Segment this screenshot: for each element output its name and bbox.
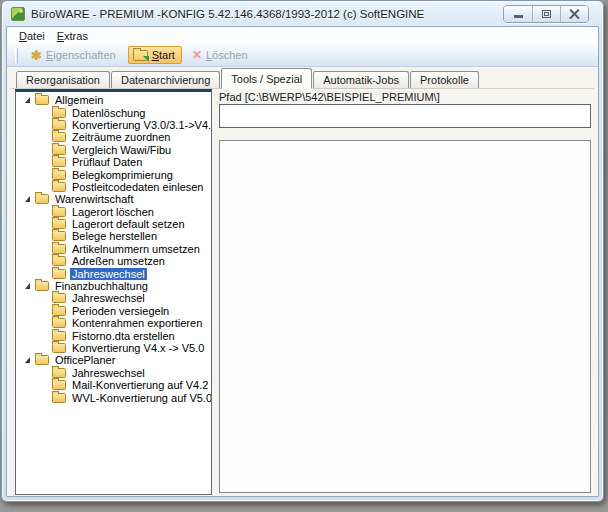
tree-item-perioden-versiegeln[interactable]: Perioden versiegeln [16,305,211,317]
properties-icon: ✱ [31,49,42,62]
menu-bar: DateiExtras [7,27,598,44]
folder-icon [35,95,49,105]
window-title: BüroWARE - PREMIUM -KONFIG 5.42.146.4368… [31,8,424,20]
tree-item-label: Artikelnummern umsetzen [70,243,202,255]
folder-icon [52,231,66,241]
tree-item-label: Zeiträume zuordnen [70,131,172,143]
client-area: DateiExtras ✱EigenschaftenStart✕Löschen … [6,26,599,497]
close-button[interactable] [560,6,588,22]
folder-icon [52,120,66,130]
tree-item-allgemein[interactable]: Allgemein [16,94,211,106]
tab-protokolle[interactable]: Protokolle [410,71,479,88]
tree-item-lagerort-l-schen[interactable]: Lagerort löschen [16,206,211,218]
tree-item-jahreswechsel[interactable]: Jahreswechsel [16,367,211,379]
folder-icon [52,207,66,217]
tree-item-lagerort-default-setzen[interactable]: Lagerort default setzen [16,218,211,230]
app-window: BüroWARE - PREMIUM -KONFIG 5.42.146.4368… [1,0,604,502]
path-label: Pfad [C:\BWERP\542\BEISPIEL_PREMIUM\] [219,91,440,103]
tree-item-belege-herstellen[interactable]: Belege herstellen [16,230,211,242]
expand-arrow-icon[interactable] [25,283,30,289]
folder-icon [52,145,66,155]
menu-item-datei[interactable]: Datei [13,29,51,43]
tree-item-label: Jahreswechsel [70,268,147,280]
tree-item-zeitr-ume-zuordnen[interactable]: Zeiträume zuordnen [16,131,211,143]
folder-icon [52,343,66,353]
l-schen-button[interactable]: ✕Löschen [187,46,255,64]
folder-icon [52,293,66,303]
tree-item-officeplaner[interactable]: OfficePlaner [16,354,211,366]
tree-item-label: Allgemein [53,94,105,106]
tree-item-jahreswechsel[interactable]: Jahreswechsel [16,267,211,279]
l-schen-label: Löschen [206,49,248,61]
tab-datenarchivierung[interactable]: Datenarchivierung [111,71,220,88]
expand-arrow-icon[interactable] [25,97,30,103]
tree-item-jahreswechsel[interactable]: Jahreswechsel [16,292,211,304]
folder-icon [35,194,49,204]
tree-item-fistorno-dta-erstellen[interactable]: Fistorno.dta erstellen [16,329,211,341]
folder-icon [52,318,66,328]
folder-icon [52,306,66,316]
tree-item-label: Perioden versiegeln [70,305,171,317]
tree-item-label: Konvertierung V3.0/3.1->V4.0 [70,119,212,131]
delete-icon: ✕ [192,49,202,61]
restore-button[interactable] [532,6,560,22]
tree-item-postleitcodedaten-einlesen[interactable]: Postleitcodedaten einlesen [16,181,211,193]
tree-item-label: Kontenrahmen exportieren [70,317,204,329]
detail-panel [219,140,591,493]
tree-item-label: Belege herstellen [70,230,159,242]
tree-item-label: Adreßen umsetzen [70,255,167,267]
toolbar-grip-icon [15,48,18,63]
tree-item-konvertierung-v3-0-3-1-v4-0[interactable]: Konvertierung V3.0/3.1->V4.0 [16,119,211,131]
eigenschaften-label: Eigenschaften [46,49,116,61]
folder-icon [52,269,66,279]
tree-item-label: Vergleich Wawi/Fibu [70,144,173,156]
expand-arrow-icon[interactable] [25,357,30,363]
tree-item-adre-en-umsetzen[interactable]: Adreßen umsetzen [16,255,211,267]
title-bar[interactable]: BüroWARE - PREMIUM -KONFIG 5.42.146.4368… [2,1,603,26]
minimize-button[interactable] [504,6,532,22]
tree-item-label: Postleitcodedaten einlesen [70,181,205,193]
tab-bar: ReorganisationDatenarchivierungTools / S… [11,67,594,89]
path-input[interactable] [219,104,591,128]
start-icon [133,50,148,61]
tree-item-pr-flauf-daten[interactable]: Prüflauf Daten [16,156,211,168]
tree-item-label: Warenwirtschaft [53,193,135,205]
tree-item-konvertierung-v4-x-v5-0[interactable]: Konvertierung V4.x -> V5.0 [16,342,211,354]
folder-icon [52,157,66,167]
tree-item-label: Lagerort löschen [70,206,156,218]
tree-item-warenwirtschaft[interactable]: Warenwirtschaft [16,193,211,205]
tree-item-label: Belegkomprimierung [70,169,175,181]
tree-item-label: Finanzbuchhaltung [53,280,150,292]
folder-icon [52,393,66,403]
folder-icon [52,108,66,118]
tree-item-kontenrahmen-exportieren[interactable]: Kontenrahmen exportieren [16,317,211,329]
expand-arrow-icon[interactable] [25,196,30,202]
tree-item-datenl-schung[interactable]: Datenlöschung [16,106,211,118]
folder-icon [52,132,66,142]
tree-item-finanzbuchhaltung[interactable]: Finanzbuchhaltung [16,280,211,292]
tree-item-label: Lagerort default setzen [70,218,187,230]
tab-reorganisation[interactable]: Reorganisation [16,71,110,88]
start-button[interactable]: Start [128,46,182,64]
tools-tree: AllgemeinDatenlöschungKonvertierung V3.0… [15,89,212,495]
tree-item-label: Mail-Konvertierung auf V4.2 [70,379,210,391]
tree-item-wvl-konvertierung-auf-v5-0[interactable]: WVL-Konvertierung auf V5.0 [16,391,211,403]
folder-icon [52,182,66,192]
tree-item-label: WVL-Konvertierung auf V5.0 [70,392,212,404]
tab-tools-spezial[interactable]: Tools / Spezial [221,68,312,89]
close-icon [569,9,580,19]
tree-item-label: Fistorno.dta erstellen [70,330,177,342]
tab-automatik-jobs[interactable]: Automatik-Jobs [313,71,409,88]
menu-item-extras[interactable]: Extras [51,29,94,43]
tree-item-vergleich-wawi-fibu[interactable]: Vergleich Wawi/Fibu [16,144,211,156]
tree-item-mail-konvertierung-auf-v4-2[interactable]: Mail-Konvertierung auf V4.2 [16,379,211,391]
tree-item-belegkomprimierung[interactable]: Belegkomprimierung [16,168,211,180]
folder-icon [52,331,66,341]
eigenschaften-button[interactable]: ✱Eigenschaften [26,46,123,65]
tree-item-label: Prüflauf Daten [70,156,144,168]
folder-icon [35,355,49,365]
folder-icon [35,281,49,291]
tree-item-label: Jahreswechsel [70,367,147,379]
folder-icon [52,170,66,180]
tree-item-artikelnummern-umsetzen[interactable]: Artikelnummern umsetzen [16,243,211,255]
